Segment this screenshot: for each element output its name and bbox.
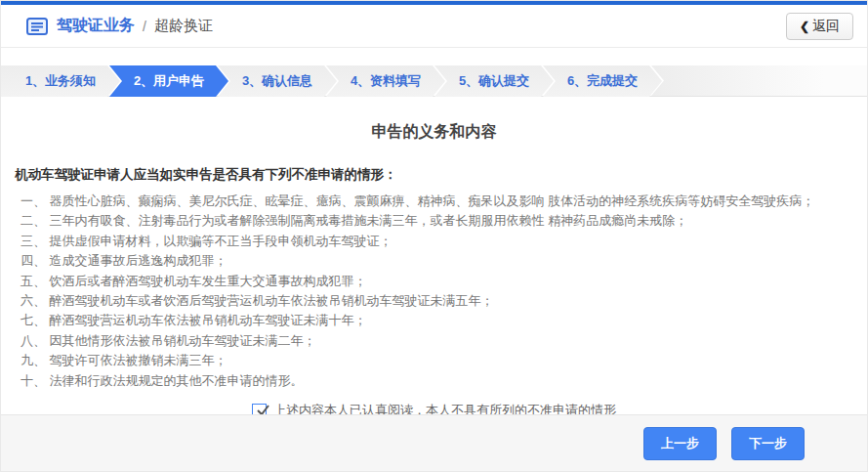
footer-action-bar: 上一步 下一步 [1, 414, 867, 471]
declaration-item: 一、 器质性心脏病、癫痫病、美尼尔氏症、眩晕症、癔病、震颤麻痹、精神病、痴呆以及… [21, 192, 853, 211]
declaration-item: 四、 造成交通事故后逃逸构成犯罪； [21, 251, 853, 271]
breadcrumb-separator: / [143, 19, 146, 34]
declaration-item: 五、 饮酒后或者醉酒驾驶机动车发生重大交通事故构成犯罪； [21, 272, 853, 291]
breadcrumb-current: 超龄换证 [154, 17, 213, 35]
step-wizard: 1、业务须知 2、用户申告 3、确认信息 4、资料填写 5、确认提交 6、完成提… [1, 65, 867, 97]
back-button[interactable]: ❮ 返回 [786, 13, 853, 40]
step-tab-2-active[interactable]: 2、用户申告 [109, 65, 228, 97]
back-button-label: 返回 [812, 18, 840, 35]
declaration-item: 十、 法律和行政法规规定的其他不准申请的情形。 [21, 371, 853, 391]
prev-step-button[interactable]: 上一步 [643, 427, 717, 460]
declaration-item: 八、 因其他情形依法被吊销机动车驾驶证未满二年； [21, 331, 853, 351]
declaration-item: 二、 三年内有吸食、注射毒品行为或者解除强制隔离戒毒措施未满三年，或者长期服用依… [21, 211, 853, 231]
declaration-item: 六、 醉酒驾驶机动车或者饮酒后驾驶营运机动车依法被吊销机动车驾驶证未满五年； [21, 291, 853, 311]
document-list-icon [26, 18, 48, 35]
page-title: 申告的义务和内容 [15, 122, 853, 143]
header: 驾驶证业务 / 超龄换证 ❮ 返回 [1, 5, 867, 48]
chevron-left-icon: ❮ [800, 20, 809, 33]
declaration-item: 九、 驾驶许可依法被撤销未满三年； [21, 351, 853, 370]
declaration-intro: 机动车驾驶证申请人应当如实申告是否具有下列不准申请的情形： [15, 166, 853, 184]
step-tab-3[interactable]: 3、确认信息 [218, 65, 337, 97]
declaration-content: 申告的义务和内容 机动车驾驶证申请人应当如实申告是否具有下列不准申请的情形： 一… [1, 97, 867, 419]
over-age-renewal-page: 驾驶证业务 / 超龄换证 ❮ 返回 1、业务须知 2、用户申告 3、确认信息 4… [0, 0, 868, 472]
step-tab-5[interactable]: 5、确认提交 [434, 65, 554, 97]
declaration-item: 七、 醉酒驾驶营运机动车依法被吊销机动车驾驶证未满十年； [21, 311, 853, 330]
step-tab-4[interactable]: 4、资料填写 [326, 65, 445, 97]
step-wizard-filler [651, 65, 867, 96]
step-tab-1[interactable]: 1、业务须知 [1, 65, 120, 97]
declaration-item: 三、 提供虚假申请材料，以欺骗等不正当手段申领机动车驾驶证； [21, 232, 853, 251]
step-tab-6[interactable]: 6、完成提交 [543, 65, 662, 97]
breadcrumb-root-link[interactable]: 驾驶证业务 [57, 16, 135, 36]
declaration-list: 一、 器质性心脏病、癫痫病、美尼尔氏症、眩晕症、癔病、震颤麻痹、精神病、痴呆以及… [15, 192, 853, 391]
next-step-button[interactable]: 下一步 [731, 427, 805, 460]
